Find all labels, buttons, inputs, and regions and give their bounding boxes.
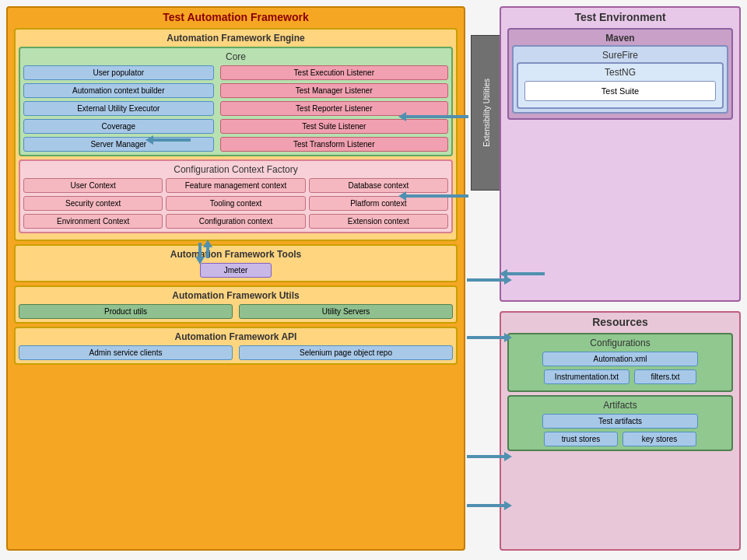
platform-context: Platform context	[309, 196, 448, 211]
automation-xml: Automation.xml	[542, 352, 698, 366]
feature-management-context: Feature management context	[166, 178, 305, 193]
afapi-inner: Admin service clients Selenium page obje…	[19, 345, 453, 360]
configuration-context: Configuration context	[166, 214, 305, 229]
aft-inner: Jmeter	[19, 263, 453, 278]
core-title: Core	[23, 51, 448, 62]
arrow-core-ccf	[198, 243, 202, 258]
res-title: Resources	[501, 313, 739, 330]
arrow-ccf-res	[467, 336, 506, 339]
database-context: Database context	[309, 178, 448, 193]
extension-context: Extension context	[309, 214, 448, 229]
arrow-core-internal	[152, 138, 191, 142]
user-populator: User populator	[23, 65, 214, 80]
arrow-ccf-core	[206, 246, 209, 258]
afu-box: Automation Framework Utils Product utils…	[14, 285, 458, 324]
tooling-context: Tooling context	[166, 196, 305, 211]
te-title: Test Environment	[501, 8, 739, 25]
arrow-te-ccf	[506, 272, 545, 275]
test-transform-listener: Test Transform Listener	[220, 137, 448, 152]
external-utility-executor: External Utility Executor	[23, 101, 214, 116]
testng-box: TestNG Test Suite	[517, 62, 724, 109]
arrow-afu-res	[467, 455, 506, 458]
afapi-box: Automation Framework API Admin service c…	[14, 327, 458, 365]
instrumentation-txt: Instrumentation.txt	[544, 369, 630, 384]
afu-title: Automation Framework Utils	[19, 290, 453, 301]
main-container: Test Automation Framework Automation Fra…	[0, 0, 747, 560]
selenium-page-object-repo: Selenium page object repo	[239, 345, 453, 360]
conf-row-1: Automation.xml	[512, 352, 728, 366]
test-artifacts: Test artifacts	[542, 414, 698, 429]
core-inner: User populator Automation context builde…	[23, 65, 448, 152]
user-context: User Context	[23, 178, 163, 193]
conf-title: Configurations	[512, 338, 728, 348]
afe-box: Automation Framework Engine Core User po…	[14, 28, 458, 241]
aft-box: Automation Framework Tools Jmeter	[14, 244, 458, 282]
res-outer: Resources Configurations Automation.xml …	[500, 311, 741, 551]
arrow-afapi-res	[467, 504, 506, 507]
te-outer: Test Environment Maven SureFire TestNG T…	[500, 6, 741, 302]
taf-title: Test Automation Framework	[8, 8, 464, 25]
afe-title: Automation Framework Engine	[19, 33, 453, 44]
ccf-grid: User Context Feature management context …	[23, 178, 448, 229]
key-stores: key stores	[622, 432, 696, 446]
art-row-2: trust stores key stores	[512, 432, 728, 446]
ccf-box: Configuration Context Factory User Conte…	[19, 159, 453, 233]
ext-label: Extensibility Utilities	[482, 79, 491, 147]
surefire-title: SureFire	[517, 50, 724, 61]
trust-stores: trust stores	[544, 432, 618, 446]
automation-context-builder: Automation context builder	[23, 83, 214, 98]
core-box: Core User populator Automation context b…	[19, 47, 453, 156]
aft-title: Automation Framework Tools	[19, 249, 453, 260]
test-suite-listener: Test Suite Listener	[220, 119, 448, 134]
conf-row-2: Instrumentation.txt filters.txt	[512, 369, 728, 384]
ccf-title: Configuration Context Factory	[23, 164, 448, 175]
arrow-ext-transform	[405, 194, 468, 198]
arrow-ccf-te	[467, 278, 506, 282]
testng-title: TestNG	[521, 67, 719, 78]
maven-title: Maven	[512, 33, 728, 44]
admin-service-clients: Admin service clients	[19, 345, 233, 360]
testsuite-label: Test Suite	[601, 86, 639, 96]
maven-box: Maven SureFire TestNG Test Suite	[507, 28, 733, 120]
security-context: Security context	[23, 196, 163, 211]
product-utils: Product utils	[19, 304, 233, 319]
taf-outer: Test Automation Framework Automation Fra…	[6, 6, 465, 551]
environment-context: Environment Context	[23, 214, 163, 229]
art-row-1: Test artifacts	[512, 414, 728, 429]
testsuite-box: Test Suite	[524, 81, 716, 101]
arrow-ext-listeners	[405, 115, 468, 118]
coverage: Coverage	[23, 119, 214, 134]
core-right: Test Execution Listener Test Manager Lis…	[220, 65, 448, 152]
jmeter: Jmeter	[200, 263, 272, 278]
test-manager-listener: Test Manager Listener	[220, 83, 448, 98]
ext-box: Extensibility Utilities	[471, 35, 502, 191]
afapi-title: Automation Framework API	[19, 331, 453, 342]
conf-box: Configurations Automation.xml Instrument…	[507, 333, 733, 392]
test-reporter-listener: Test Reporter Listener	[220, 101, 448, 116]
surefire-box: SureFire TestNG Test Suite	[512, 45, 728, 114]
filters-txt: filters.txt	[634, 369, 696, 384]
test-execution-listener: Test Execution Listener	[220, 65, 448, 80]
utility-servers: Utility Servers	[239, 304, 453, 319]
afu-inner: Product utils Utility Servers	[19, 304, 453, 319]
art-title: Artifacts	[512, 400, 728, 411]
art-box: Artifacts Test artifacts trust stores ke…	[507, 395, 733, 451]
